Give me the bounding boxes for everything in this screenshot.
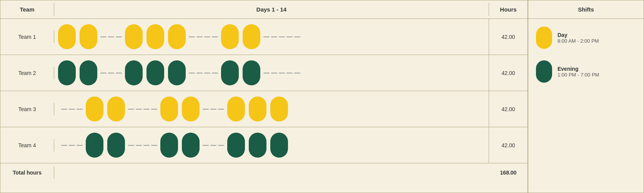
shift-pill xyxy=(160,133,178,158)
shift-pill xyxy=(168,60,186,85)
off-days xyxy=(186,37,221,37)
off-days xyxy=(186,73,221,73)
shift-pill xyxy=(221,24,239,49)
legend-item-day: Day 8:00 AM - 2:00 PM xyxy=(536,27,636,49)
evening-shift-pill xyxy=(536,60,552,83)
shift-pill xyxy=(270,96,288,121)
shift-pill xyxy=(243,60,260,85)
legend-header: Shifts xyxy=(528,0,644,19)
team-2-hours: 42.00 xyxy=(489,67,528,79)
shift-pill xyxy=(221,60,239,85)
pill-group xyxy=(160,133,200,158)
shift-pill xyxy=(107,133,125,158)
pill-group xyxy=(86,133,125,158)
off-days xyxy=(97,37,125,37)
shift-pill xyxy=(249,133,266,158)
team-4-schedule xyxy=(54,127,489,163)
team-1-hours: 42.00 xyxy=(489,31,528,43)
table-row: Team 3 xyxy=(0,91,528,127)
team-col-header: Team xyxy=(0,3,54,16)
shift-pill xyxy=(243,24,260,49)
shift-pill xyxy=(146,60,164,85)
schedule-table: Team Days 1 - 14 Hours Team 1 xyxy=(0,0,644,193)
schedule-panel: Team Days 1 - 14 Hours Team 1 xyxy=(0,0,528,193)
off-days xyxy=(125,109,160,110)
day-shift-name: Day xyxy=(557,32,599,38)
days-col-header: Days 1 - 14 xyxy=(54,3,489,16)
team-1-label: Team 1 xyxy=(0,31,54,43)
team-1-schedule xyxy=(54,19,489,55)
day-shift-pill xyxy=(536,27,552,49)
team-2-label: Team 2 xyxy=(0,67,54,79)
team-3-schedule xyxy=(54,91,489,127)
legend-item-evening: Evening 1:00 PM - 7:00 PM xyxy=(536,60,636,83)
day-shift-time: 8:00 AM - 2:00 PM xyxy=(557,38,599,44)
off-days xyxy=(125,145,160,146)
table-row: Team 2 xyxy=(0,55,528,91)
off-days xyxy=(260,37,485,37)
pill-group xyxy=(58,24,97,49)
total-row: Total hours 168.00 xyxy=(0,163,528,182)
header-row: Team Days 1 - 14 Hours xyxy=(0,0,528,19)
hours-col-header: Hours xyxy=(489,3,528,16)
off-days xyxy=(200,109,227,110)
team-2-schedule xyxy=(54,55,489,91)
off-days xyxy=(97,73,125,73)
pill-group xyxy=(58,60,97,85)
shift-pill xyxy=(168,24,186,49)
pill-group xyxy=(227,133,288,158)
pill-group xyxy=(160,96,200,121)
total-label: Total hours xyxy=(0,166,54,179)
legend-body: Day 8:00 AM - 2:00 PM Evening 1:00 PM - … xyxy=(528,19,644,90)
off-days xyxy=(58,145,86,146)
day-shift-text: Day 8:00 AM - 2:00 PM xyxy=(557,32,599,44)
shift-pill xyxy=(160,96,178,121)
team-3-hours: 42.00 xyxy=(489,103,528,115)
pill-group xyxy=(227,96,288,121)
shift-pill xyxy=(125,24,143,49)
off-days xyxy=(260,73,485,73)
shift-pill xyxy=(182,96,200,121)
shift-pill xyxy=(86,133,103,158)
pill-group xyxy=(125,60,186,85)
total-hours-value: 168.00 xyxy=(489,166,528,179)
shift-pill xyxy=(107,96,125,121)
shift-pill xyxy=(80,24,97,49)
off-days xyxy=(200,145,227,146)
legend-panel: Shifts Day 8:00 AM - 2:00 PM Evening 1:0… xyxy=(528,0,644,193)
shift-pill xyxy=(58,60,76,85)
shift-pill xyxy=(80,60,97,85)
shift-pill xyxy=(270,133,288,158)
shift-pill xyxy=(125,60,143,85)
pill-group xyxy=(125,24,186,49)
shift-pill xyxy=(182,133,200,158)
evening-shift-text: Evening 1:00 PM - 7:00 PM xyxy=(557,66,599,78)
pill-group xyxy=(86,96,125,121)
shift-pill xyxy=(227,133,245,158)
team-3-label: Team 3 xyxy=(0,103,54,115)
shift-pill xyxy=(227,96,245,121)
pill-group xyxy=(221,60,260,85)
shift-pill xyxy=(146,24,164,49)
off-days xyxy=(58,109,86,110)
evening-shift-time: 1:00 PM - 7:00 PM xyxy=(557,72,599,78)
table-row: Team 1 xyxy=(0,19,528,55)
team-4-label: Team 4 xyxy=(0,139,54,151)
team-4-hours: 42.00 xyxy=(489,139,528,151)
table-row: Team 4 xyxy=(0,127,528,163)
evening-shift-name: Evening xyxy=(557,66,599,72)
shift-pill xyxy=(86,96,103,121)
pill-group xyxy=(221,24,260,49)
shift-pill xyxy=(58,24,76,49)
shift-pill xyxy=(249,96,266,121)
